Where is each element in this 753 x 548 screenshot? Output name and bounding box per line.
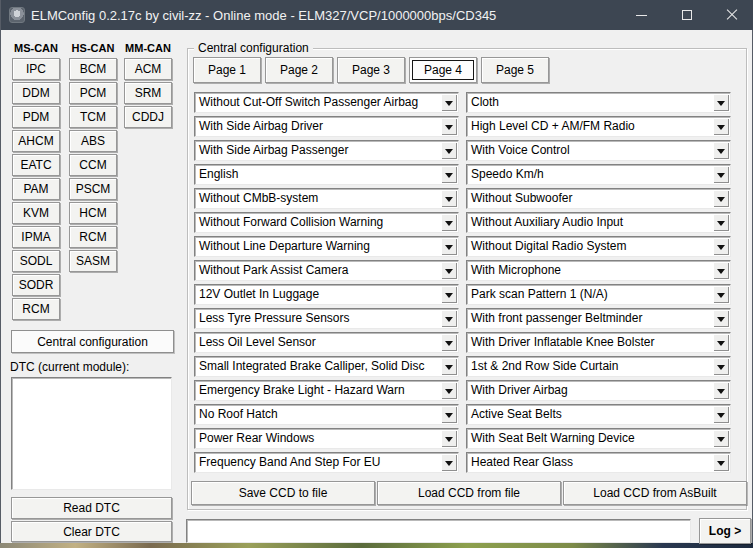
config-dropdown[interactable]: Without Auxiliary Audio Input bbox=[466, 212, 731, 233]
config-dropdown[interactable]: 1st & 2nd Row Side Curtain bbox=[466, 356, 731, 377]
config-dropdown[interactable]: Without Subwoofer bbox=[466, 188, 731, 209]
dropdown-arrow-button[interactable] bbox=[441, 190, 457, 207]
config-dropdown[interactable]: With Driver Inflatable Knee Bolster bbox=[466, 332, 731, 353]
module-button-acm[interactable]: ACM bbox=[124, 58, 172, 80]
module-button-bcm[interactable]: BCM bbox=[69, 58, 117, 80]
dropdown-arrow-button[interactable] bbox=[713, 454, 729, 471]
central-configuration-button[interactable]: Central configuration bbox=[11, 330, 174, 353]
dropdown-arrow-button[interactable] bbox=[713, 118, 729, 135]
config-dropdown[interactable]: Heated Rear Glass bbox=[466, 452, 731, 473]
config-dropdown[interactable]: With front passenger Beltminder bbox=[466, 308, 731, 329]
config-dropdown[interactable]: Less Oil Level Sensor bbox=[194, 332, 459, 353]
close-button[interactable] bbox=[709, 0, 753, 30]
config-dropdown[interactable]: Speedo Km/h bbox=[466, 164, 731, 185]
config-dropdown[interactable]: With Microphone bbox=[466, 260, 731, 281]
config-dropdown[interactable]: No Roof Hatch bbox=[194, 404, 459, 425]
module-button-tcm[interactable]: TCM bbox=[69, 106, 117, 128]
dropdown-arrow-button[interactable] bbox=[713, 358, 729, 375]
dropdown-arrow-button[interactable] bbox=[441, 118, 457, 135]
maximize-button[interactable] bbox=[664, 0, 709, 30]
dropdown-arrow-button[interactable] bbox=[713, 334, 729, 351]
config-dropdown[interactable]: Without Line Departure Warning bbox=[194, 236, 459, 257]
config-dropdown[interactable]: High Level CD + AM/FM Radio bbox=[466, 116, 731, 137]
config-dropdown[interactable]: Frequency Band And Step For EU bbox=[194, 452, 459, 473]
config-dropdown[interactable]: Without Cut-Off Switch Passenger Airbag bbox=[194, 92, 459, 113]
dropdown-arrow-button[interactable] bbox=[441, 262, 457, 279]
module-button-abs[interactable]: ABS bbox=[69, 130, 117, 152]
dropdown-arrow-button[interactable] bbox=[713, 286, 729, 303]
dropdown-arrow-button[interactable] bbox=[713, 310, 729, 327]
config-dropdown[interactable]: English bbox=[194, 164, 459, 185]
dropdown-arrow-button[interactable] bbox=[713, 382, 729, 399]
config-dropdown[interactable]: 12V Outlet In Luggage bbox=[194, 284, 459, 305]
module-button-kvm[interactable]: KVM bbox=[12, 202, 60, 224]
module-button-rcm[interactable]: RCM bbox=[12, 298, 60, 320]
config-dropdown[interactable]: Without Forward Collision Warning bbox=[194, 212, 459, 233]
config-dropdown[interactable]: Active Seat Belts bbox=[466, 404, 731, 425]
config-dropdown[interactable]: With Side Airbag Passenger bbox=[194, 140, 459, 161]
module-button-rcm[interactable]: RCM bbox=[69, 226, 117, 248]
dropdown-arrow-button[interactable] bbox=[441, 334, 457, 351]
module-button-sasm[interactable]: SASM bbox=[69, 250, 117, 272]
tab-page-1[interactable]: Page 1 bbox=[193, 57, 261, 83]
dropdown-arrow-button[interactable] bbox=[441, 238, 457, 255]
module-button-cddj[interactable]: CDDJ bbox=[124, 106, 172, 128]
dtc-textarea[interactable] bbox=[11, 377, 172, 490]
config-dropdown[interactable]: Emergency Brake Light - Hazard Warn bbox=[194, 380, 459, 401]
dropdown-arrow-button[interactable] bbox=[441, 358, 457, 375]
minimize-button[interactable] bbox=[619, 0, 664, 30]
config-dropdown[interactable]: Without CMbB-system bbox=[194, 188, 459, 209]
config-dropdown[interactable]: With Voice Control bbox=[466, 140, 731, 161]
module-button-ipma[interactable]: IPMA bbox=[12, 226, 60, 248]
dropdown-arrow-button[interactable] bbox=[713, 262, 729, 279]
module-button-ahcm[interactable]: AHCM bbox=[12, 130, 60, 152]
config-dropdown[interactable]: With Driver Airbag bbox=[466, 380, 731, 401]
module-button-pdm[interactable]: PDM bbox=[12, 106, 60, 128]
dropdown-arrow-button[interactable] bbox=[441, 454, 457, 471]
dropdown-arrow-button[interactable] bbox=[441, 214, 457, 231]
dropdown-arrow-button[interactable] bbox=[713, 430, 729, 447]
config-dropdown[interactable]: Small Integrated Brake Calliper, Solid D… bbox=[194, 356, 459, 377]
tab-page-3[interactable]: Page 3 bbox=[337, 57, 405, 83]
log-input[interactable] bbox=[186, 519, 691, 543]
dropdown-arrow-button[interactable] bbox=[441, 166, 457, 183]
tab-page-5[interactable]: Page 5 bbox=[481, 57, 549, 83]
config-dropdown[interactable]: Power Rear Windows bbox=[194, 428, 459, 449]
dropdown-arrow-button[interactable] bbox=[713, 166, 729, 183]
config-dropdown[interactable]: Without Digital Radio System bbox=[466, 236, 731, 257]
config-dropdown[interactable]: Cloth bbox=[466, 92, 731, 113]
dropdown-arrow-button[interactable] bbox=[713, 190, 729, 207]
module-button-pam[interactable]: PAM bbox=[12, 178, 60, 200]
module-button-ipc[interactable]: IPC bbox=[12, 58, 60, 80]
dropdown-arrow-button[interactable] bbox=[441, 94, 457, 111]
module-button-pcm[interactable]: PCM bbox=[69, 82, 117, 104]
config-dropdown[interactable]: With Seat Belt Warning Device bbox=[466, 428, 731, 449]
module-button-eatc[interactable]: EATC bbox=[12, 154, 60, 176]
load-ccd-from-asbuilt-button[interactable]: Load CCD from AsBuilt bbox=[563, 481, 747, 505]
config-dropdown[interactable]: Less Tyre Pressure Sensors bbox=[194, 308, 459, 329]
clear-dtc-button[interactable]: Clear DTC bbox=[11, 521, 172, 542]
dropdown-arrow-button[interactable] bbox=[713, 406, 729, 423]
dropdown-arrow-button[interactable] bbox=[713, 214, 729, 231]
dropdown-arrow-button[interactable] bbox=[713, 94, 729, 111]
module-button-sodr[interactable]: SODR bbox=[12, 274, 60, 296]
config-dropdown[interactable]: Park scan Pattern 1 (N/A) bbox=[466, 284, 731, 305]
load-ccd-from-file-button[interactable]: Load CCD from file bbox=[377, 481, 561, 505]
dropdown-arrow-button[interactable] bbox=[713, 142, 729, 159]
tab-page-4[interactable]: Page 4 bbox=[409, 57, 477, 83]
module-button-hcm[interactable]: HCM bbox=[69, 202, 117, 224]
module-button-sodl[interactable]: SODL bbox=[12, 250, 60, 272]
dropdown-arrow-button[interactable] bbox=[441, 406, 457, 423]
tab-page-2[interactable]: Page 2 bbox=[265, 57, 333, 83]
dropdown-arrow-button[interactable] bbox=[441, 142, 457, 159]
config-dropdown[interactable]: Without Park Assist Camera bbox=[194, 260, 459, 281]
dropdown-arrow-button[interactable] bbox=[441, 310, 457, 327]
read-dtc-button[interactable]: Read DTC bbox=[11, 497, 172, 519]
module-button-pscm[interactable]: PSCM bbox=[69, 178, 117, 200]
module-button-ddm[interactable]: DDM bbox=[12, 82, 60, 104]
module-button-srm[interactable]: SRM bbox=[124, 82, 172, 104]
dropdown-arrow-button[interactable] bbox=[441, 382, 457, 399]
dropdown-arrow-button[interactable] bbox=[441, 430, 457, 447]
log-button[interactable]: Log > bbox=[699, 518, 751, 544]
save-ccd-to-file-button[interactable]: Save CCD to file bbox=[191, 481, 375, 505]
